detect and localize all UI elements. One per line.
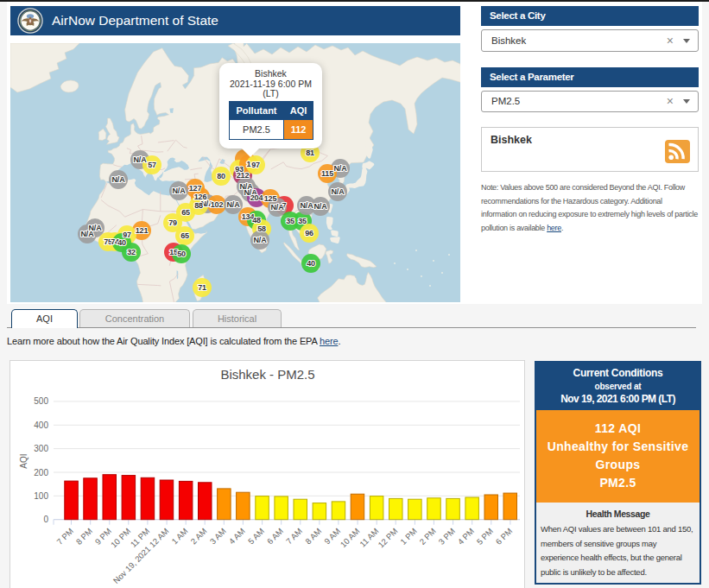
svg-text:1: 1 [247,160,251,168]
svg-text:204: 204 [250,193,263,202]
svg-text:212: 212 [237,171,250,180]
svg-text:88: 88 [194,201,203,210]
svg-text:Bishkek - PM2.5: Bishkek - PM2.5 [220,367,314,382]
svg-text:N/A: N/A [254,236,268,244]
svg-text:125: 125 [264,194,277,203]
svg-text:N/A: N/A [112,175,126,184]
svg-text:1 PM: 1 PM [398,526,419,547]
svg-text:102: 102 [211,200,224,209]
svg-text:58: 58 [257,224,266,233]
svg-text:65: 65 [181,208,190,217]
svg-text:48: 48 [252,216,261,224]
svg-text:40: 40 [117,238,126,247]
svg-text:127: 127 [189,184,202,193]
svg-text:200: 200 [34,468,48,477]
svg-text:0: 0 [43,515,48,524]
svg-text:32: 32 [127,248,136,256]
svg-text:12 PM: 12 PM [376,526,399,549]
svg-text:80: 80 [217,172,225,180]
svg-text:4 AM: 4 AM [227,526,247,546]
svg-text:57: 57 [148,161,156,169]
svg-text:1 AM: 1 AM [169,526,189,546]
svg-text:79: 79 [168,218,177,227]
svg-text:8 AM: 8 AM [303,526,323,546]
svg-text:N/A: N/A [301,201,314,210]
svg-text:7 PM: 7 PM [54,526,75,547]
svg-text:N/A: N/A [332,187,345,196]
svg-text:N/A: N/A [314,202,328,211]
svg-text:40: 40 [307,259,315,268]
svg-text:5 AM: 5 AM [246,526,266,546]
svg-text:7 AM: 7 AM [284,526,304,546]
svg-text:5 PM: 5 PM [475,526,496,547]
svg-text:N/A: N/A [173,187,187,195]
svg-text:35: 35 [298,217,307,225]
svg-text:N/A: N/A [334,164,348,173]
svg-text:100: 100 [34,491,48,501]
svg-text:35: 35 [286,217,294,225]
svg-text:N/A: N/A [271,203,285,212]
svg-text:2 AM: 2 AM [189,526,209,546]
svg-text:10 PM: 10 PM [109,526,132,549]
svg-text:11 AM: 11 AM [358,526,380,548]
svg-text:N/A: N/A [227,200,241,209]
svg-text:96: 96 [305,229,313,237]
svg-text:81: 81 [306,149,314,157]
svg-text:400: 400 [34,420,48,430]
svg-text:71: 71 [198,283,206,292]
svg-text:2 PM: 2 PM [417,526,438,547]
svg-text:65: 65 [180,231,189,240]
svg-text:121: 121 [136,226,149,235]
svg-text:97: 97 [251,161,260,169]
svg-text:AQI: AQI [19,453,28,468]
svg-text:8 PM: 8 PM [74,526,95,547]
svg-text:50: 50 [177,250,186,258]
svg-text:N/A: N/A [134,155,148,164]
svg-text:500: 500 [34,396,48,406]
svg-text:300: 300 [34,444,48,453]
svg-text:6 PM: 6 PM [494,526,515,547]
svg-text:10 AM: 10 AM [339,526,362,549]
svg-text:3 PM: 3 PM [436,526,457,547]
svg-text:4 PM: 4 PM [456,526,477,547]
svg-text:N/A: N/A [81,230,95,238]
svg-text:3 AM: 3 AM [208,526,228,546]
svg-text:115: 115 [321,169,333,178]
svg-text:6 AM: 6 AM [265,526,285,546]
